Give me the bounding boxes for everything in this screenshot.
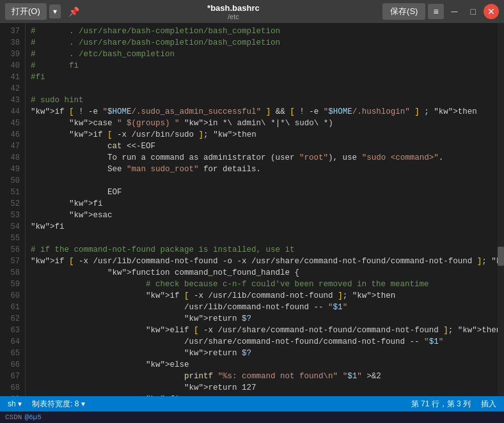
- maximize-button[interactable]: □: [466, 4, 481, 19]
- csdn-text: CSDN: [5, 413, 22, 421]
- pin-icon[interactable]: 📌: [63, 4, 84, 19]
- table-row: printf "%s: command not found\n" "$1" >&…: [31, 371, 498, 382]
- menu-button[interactable]: ≡: [428, 4, 443, 19]
- open-button[interactable]: 打开(O): [5, 3, 47, 20]
- table-row: # . /usr/share/bash-completion/bash_comp…: [31, 37, 498, 49]
- lang-label: sh ▾: [8, 399, 22, 408]
- status-lang[interactable]: sh ▾: [8, 399, 22, 408]
- scrollbar-thumb[interactable]: [498, 247, 504, 266]
- table-row: # . /usr/share/bash-completion/bash_comp…: [31, 26, 498, 37]
- table-row: # . /etc/bash_completion: [31, 49, 498, 60]
- table-row: "kw">elif [ -x /usr/share/command-not-fo…: [31, 325, 498, 336]
- table-row: "kw">if [ ! -e "$HOME/.sudo_as_admin_suc…: [31, 106, 498, 118]
- table-row: cat <<-EOF: [31, 141, 498, 152]
- save-button[interactable]: 保存(S): [382, 3, 425, 20]
- statusbar-right: 第 71 行，第 3 列 插入: [411, 399, 496, 410]
- table-row: /usr/share/command-not-found/command-not…: [31, 336, 498, 348]
- table-row: [31, 233, 498, 244]
- titlebar: 打开(O) ▾ 📌 *bash.bashrc /etc 保存(S) ≡ ─ □ …: [0, 0, 504, 23]
- table-row: To run a command as administrator (user …: [31, 152, 498, 164]
- position-label: 第 71 行，第 3 列: [411, 399, 471, 410]
- tabwidth-label: 制表符宽度: 8 ▾: [32, 399, 85, 410]
- vertical-scrollbar[interactable]: [498, 23, 504, 396]
- table-row: See "man sudo_root" for details.: [31, 164, 498, 175]
- status-tabwidth[interactable]: 制表符宽度: 8 ▾: [32, 399, 85, 410]
- table-row: # if the command-not-found package is in…: [31, 244, 498, 256]
- table-row: # check because c-n-f could've been remo…: [31, 279, 498, 290]
- editor-container: 3738394041424344454647484950515253545556…: [0, 23, 504, 396]
- table-row: # fi: [31, 60, 498, 72]
- table-row: EOF: [31, 187, 498, 198]
- table-row: #fi: [31, 72, 498, 83]
- table-row: "kw">if [ -x /usr/bin/sudo ]; "kw">then: [31, 129, 498, 141]
- code-area[interactable]: # . /usr/share/bash-completion/bash_comp…: [26, 23, 498, 396]
- table-row: [31, 83, 498, 95]
- insert-label: 插入: [481, 399, 496, 410]
- table-row: "kw">return $?: [31, 348, 498, 359]
- statusbar: sh ▾ 制表符宽度: 8 ▾ 第 71 行，第 3 列 插入: [0, 396, 504, 411]
- table-row: [31, 175, 498, 187]
- table-row: "kw">fi: [31, 221, 498, 233]
- table-row: "kw">fi: [31, 198, 498, 210]
- table-row: # sudo hint: [31, 95, 498, 106]
- file-path: /etc: [84, 13, 382, 20]
- editor-scroll[interactable]: 3738394041424344454647484950515253545556…: [0, 23, 498, 396]
- table-row: "kw">else: [31, 359, 498, 371]
- table-row: "kw">if [ -x /usr/lib/command-not-found …: [31, 256, 498, 267]
- titlebar-center: *bash.bashrc /etc: [84, 3, 382, 20]
- file-title: *bash.bashrc: [84, 3, 382, 13]
- csdn-link[interactable]: @6µ5: [24, 413, 41, 421]
- table-row: "kw">function command_not_found_handle {: [31, 267, 498, 279]
- titlebar-left: 打开(O) ▾ 📌: [5, 3, 84, 20]
- titlebar-right: 保存(S) ≡ ─ □ ✕: [382, 3, 499, 20]
- table-row: "kw">fi: [31, 394, 498, 396]
- open-dropdown-button[interactable]: ▾: [49, 4, 61, 19]
- line-numbers: 3738394041424344454647484950515253545556…: [0, 23, 26, 396]
- table-row: "kw">case " $(groups) " "kw">in *\ admin…: [31, 118, 498, 129]
- close-button[interactable]: ✕: [484, 4, 499, 19]
- table-row: /usr/lib/command-not-found -- "$1": [31, 302, 498, 313]
- table-row: "kw">esac: [31, 210, 498, 221]
- minimize-button[interactable]: ─: [446, 4, 463, 19]
- csdn-bar: CSDN @6µ5: [0, 411, 504, 423]
- table-row: "kw">return $?: [31, 313, 498, 325]
- editor-content: 3738394041424344454647484950515253545556…: [0, 23, 498, 396]
- table-row: "kw">if [ -x /usr/lib/command-not-found …: [31, 290, 498, 302]
- table-row: "kw">return 127: [31, 382, 498, 394]
